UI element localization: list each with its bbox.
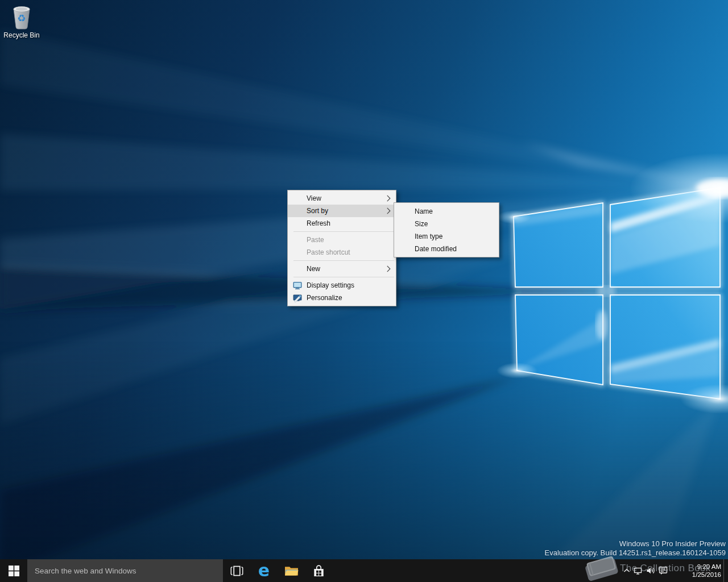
edge-icon: e: [258, 562, 270, 579]
menu-separator: [293, 277, 394, 277]
taskbar-clock[interactable]: 9:20 AM 1/25/2016: [692, 559, 721, 582]
recycle-bin-shortcut[interactable]: ♻ Recycle Bin: [3, 4, 40, 39]
file-explorer-button[interactable]: [278, 559, 305, 582]
show-desktop-button[interactable]: [723, 559, 728, 582]
menu-item-paste: Paste: [288, 234, 396, 246]
clock-date: 1/25/2016: [692, 571, 721, 579]
submenu-item-size[interactable]: Size: [394, 218, 499, 230]
windows-desktop[interactable]: ♻ Recycle Bin Windows 10 Pro Insider Pre…: [0, 0, 728, 582]
tray-expand-button[interactable]: [621, 559, 632, 582]
menu-item-refresh[interactable]: Refresh: [288, 217, 396, 230]
volume-tray-button[interactable]: [644, 559, 656, 582]
menu-item-new[interactable]: New: [288, 263, 396, 275]
watermark-line1: Windows 10 Pro Insider Preview: [545, 539, 726, 548]
watermark-line2: Evaluation copy. Build 14251.rs1_release…: [545, 548, 726, 558]
display-settings-icon: [293, 281, 302, 290]
store-icon: [312, 564, 326, 578]
insider-build-watermark: Windows 10 Pro Insider Preview Evaluatio…: [545, 539, 726, 557]
task-view-icon: [230, 566, 243, 576]
taskbar-search-input[interactable]: [27, 559, 223, 582]
task-view-button[interactable]: [223, 559, 250, 582]
menu-item-view[interactable]: View: [288, 192, 396, 205]
volume-icon: [646, 566, 655, 575]
taskbar: e: [0, 559, 728, 582]
submenu-item-date-modified[interactable]: Date modified: [394, 243, 499, 255]
file-explorer-icon: [284, 565, 299, 577]
menu-item-sort-by[interactable]: Sort by: [288, 205, 396, 217]
recycle-bin-label: Recycle Bin: [3, 31, 40, 39]
desktop-context-menu: View Sort by Refresh Paste Paste shortcu…: [287, 190, 396, 306]
action-center-icon: [659, 566, 668, 575]
menu-separator: [293, 231, 394, 232]
submenu-arrow-icon: [387, 207, 391, 214]
chevron-up-icon: [623, 567, 631, 575]
store-button[interactable]: [305, 559, 332, 582]
clock-time: 9:20 AM: [692, 563, 721, 571]
start-button[interactable]: [0, 559, 27, 582]
menu-item-paste-shortcut: Paste shortcut: [288, 246, 396, 259]
windows-logo-icon: [9, 566, 19, 576]
menu-item-display-settings[interactable]: Display settings: [288, 279, 396, 292]
menu-item-personalize[interactable]: Personalize: [288, 292, 396, 304]
edge-browser-button[interactable]: e: [250, 559, 278, 582]
submenu-item-item-type[interactable]: Item type: [394, 230, 499, 243]
menu-separator: [293, 260, 394, 261]
personalize-icon: [293, 293, 302, 302]
submenu-arrow-icon: [387, 195, 391, 202]
svg-text:♻: ♻: [17, 13, 26, 24]
submenu-item-name[interactable]: Name: [394, 205, 499, 218]
sort-by-submenu: Name Size Item type Date modified: [394, 202, 499, 257]
network-tray-button[interactable]: [632, 559, 644, 582]
recycle-bin-icon: ♻: [10, 4, 34, 30]
submenu-arrow-icon: [387, 265, 391, 272]
network-icon: [634, 566, 643, 575]
action-center-button[interactable]: [657, 559, 669, 582]
